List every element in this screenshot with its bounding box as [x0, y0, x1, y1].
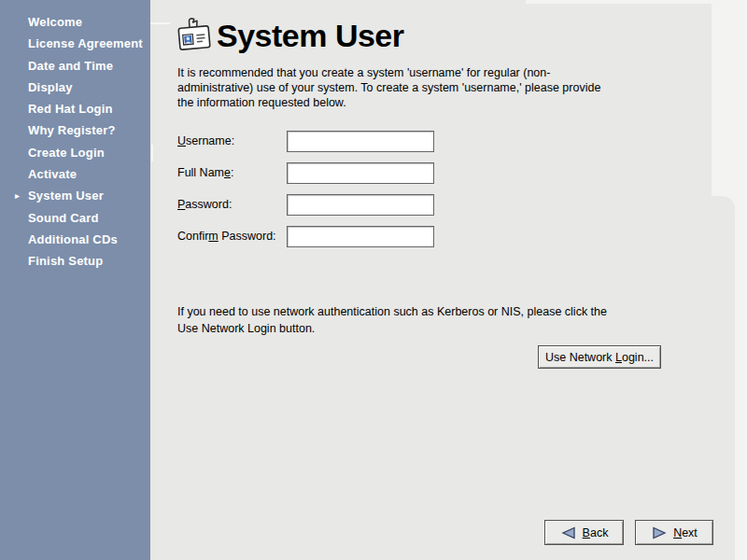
next-button[interactable]: Next — [635, 520, 713, 545]
mnemonic: e — [224, 166, 231, 179]
mnemonic: U — [177, 134, 186, 147]
sidebar-item-label: Additional CDs — [28, 232, 118, 246]
password-label: Password: — [177, 194, 232, 216]
firstboot-window: Welcome License Agreement Date and Time … — [0, 0, 747, 560]
sidebar-item-activate: Activate — [0, 163, 150, 185]
confirm-password-input[interactable] — [287, 226, 434, 247]
content-area: System User It is recommended that you c… — [150, 0, 747, 560]
next-arrow-icon — [651, 526, 668, 539]
label-text: ext — [682, 526, 698, 539]
label-text: ack — [590, 526, 608, 539]
mnemonic: B — [583, 526, 590, 539]
username-input[interactable] — [287, 131, 434, 152]
page-title: System User — [217, 18, 404, 54]
sidebar-item-label: Why Register? — [28, 123, 116, 137]
sidebar-item-finish-setup: Finish Setup — [0, 250, 150, 272]
button-label: Use Network Login... — [545, 351, 654, 364]
top-edge-highlight — [526, 0, 712, 4]
back-button[interactable]: Back — [544, 520, 624, 545]
intro-line: the information requested below. — [177, 95, 600, 110]
sidebar-item-label: Display — [28, 80, 73, 94]
sidebar-item-create-login: Create Login — [0, 142, 150, 163]
sidebar-item-label: Sound Card — [28, 211, 99, 225]
mnemonic: N — [673, 526, 682, 539]
label-text: Full Nam — [177, 166, 224, 179]
username-label: Username: — [177, 131, 234, 152]
intro-line: administrative) use of your system. To c… — [177, 80, 600, 95]
intro-line: It is recommended that you create a syst… — [177, 65, 600, 80]
step-sidebar: Welcome License Agreement Date and Time … — [0, 0, 150, 560]
network-auth-note: If you need to use network authenticatio… — [177, 304, 607, 337]
content-panel-main — [150, 196, 735, 560]
sidebar-item-label: License Agreement — [28, 36, 143, 50]
password-input[interactable] — [287, 194, 434, 216]
sidebar-item-label: Welcome — [28, 15, 82, 29]
sidebar-item-red-hat-login: Red Hat Login — [0, 98, 150, 119]
label-text: : — [231, 166, 233, 179]
current-step-arrow-icon: ▸ — [15, 185, 20, 206]
sidebar-item-system-user-current: ▸ System User — [0, 185, 150, 206]
label-text: sername: — [186, 134, 234, 147]
sidebar-item-license-agreement: License Agreement — [0, 33, 150, 54]
sidebar-item-label: Activate — [28, 167, 77, 181]
label-text: Use Network — [545, 351, 615, 364]
back-arrow-icon — [560, 526, 577, 539]
sidebar-item-label: Finish Setup — [28, 254, 103, 268]
label-text: ogin... — [622, 351, 654, 364]
id-badge-icon — [176, 15, 213, 58]
full-name-label: Full Name: — [177, 162, 233, 184]
sidebar-item-label: Date and Time — [28, 59, 113, 73]
full-name-input[interactable] — [287, 162, 434, 184]
sidebar-item-date-and-time: Date and Time — [0, 55, 150, 77]
sidebar-item-welcome: Welcome — [0, 11, 150, 33]
mnemonic: m — [208, 230, 218, 243]
sidebar-item-label: Red Hat Login — [28, 102, 113, 116]
sidebar-item-label: System User — [28, 189, 104, 203]
sidebar-item-label: Create Login — [28, 146, 105, 160]
confirm-password-label: Confirm Password: — [177, 226, 276, 247]
use-network-login-button[interactable]: Use Network Login... — [538, 345, 661, 369]
label-text: Confir — [177, 230, 208, 243]
sidebar-item-additional-cds: Additional CDs — [0, 229, 150, 250]
network-note-line: Use Network Login button. — [177, 321, 607, 338]
intro-text: It is recommended that you create a syst… — [177, 65, 600, 110]
label-text: assword: — [185, 198, 232, 211]
sidebar-item-why-register: Why Register? — [0, 119, 150, 141]
sidebar-handle-line — [151, 145, 153, 161]
label-text: Password: — [218, 230, 276, 243]
sidebar-item-sound-card: Sound Card — [0, 207, 150, 229]
button-label: Next — [673, 526, 698, 539]
sidebar-connector-line — [150, 22, 170, 24]
mnemonic: L — [615, 351, 622, 364]
network-note-line: If you need to use network authenticatio… — [177, 304, 607, 321]
sidebar-item-display: Display — [0, 77, 150, 98]
button-label: Back — [583, 526, 609, 539]
